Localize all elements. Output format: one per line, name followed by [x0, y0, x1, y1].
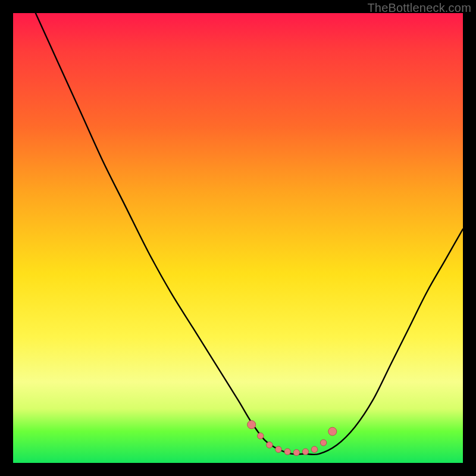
chart-frame: TheBottleneck.com [0, 0, 476, 476]
chart-plot-area [13, 13, 463, 463]
valley-marker-dot [248, 421, 256, 429]
valley-marker-dot [267, 442, 273, 448]
valley-markers [248, 421, 337, 456]
valley-marker-dot [311, 446, 317, 452]
valley-marker-dot [320, 440, 326, 446]
valley-marker-dot [302, 449, 308, 455]
bottleneck-curve [36, 13, 463, 455]
valley-marker-dot [328, 427, 337, 436]
valley-marker-dot [284, 449, 290, 455]
valley-marker-dot [293, 449, 299, 455]
watermark-text: TheBottleneck.com [367, 1, 471, 15]
valley-marker-dot [258, 433, 264, 439]
valley-marker-dot [275, 446, 281, 452]
chart-svg [13, 13, 463, 463]
